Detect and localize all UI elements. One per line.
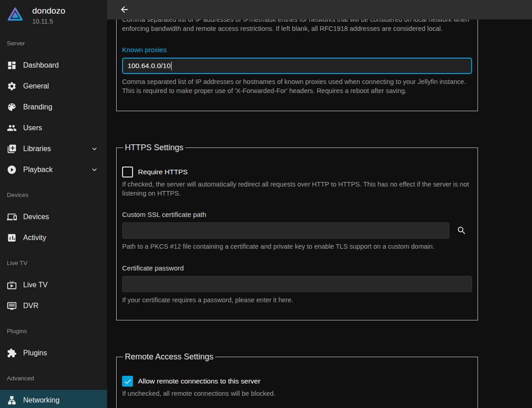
sidebar-item-playback[interactable]: Playback	[0, 159, 107, 180]
remote-access-legend: Remote Access Settings	[123, 352, 215, 361]
back-button[interactable]	[119, 5, 130, 15]
sidebar-item-plugins[interactable]: Plugins	[0, 343, 107, 364]
nav-header-advanced: Advanced	[7, 375, 107, 382]
cert-password-help-text: If your certificate requires a password,…	[122, 296, 472, 305]
sidebar-item-label: Networking	[23, 396, 59, 404]
sidebar-item-live-tv[interactable]: Live TV	[0, 275, 107, 295]
devices-icon	[7, 212, 17, 222]
jellyfin-logo-icon	[6, 5, 25, 24]
chevron-down-icon[interactable]	[90, 165, 99, 174]
puzzle-icon	[7, 348, 17, 358]
require-https-help-text: If checked, the server will automaticall…	[122, 180, 472, 198]
app-bar	[107, 0, 532, 20]
sidebar-item-label: Users	[23, 124, 42, 132]
networking-form: Comma separated list of IP addresses or …	[116, 20, 478, 408]
sidebar-item-general[interactable]: General	[0, 76, 107, 97]
cert-path-label: Custom SSL certificate path	[122, 211, 472, 219]
cert-password-input[interactable]	[122, 276, 472, 292]
sidebar-item-label: Activity	[23, 234, 46, 242]
allow-remote-checkbox[interactable]	[122, 376, 133, 387]
allow-remote-row: Allow remote connections to this server	[122, 376, 472, 387]
networking-settings-page: Comma separated list of IP addresses or …	[107, 20, 532, 408]
sidebar-item-label: Live TV	[23, 281, 48, 289]
sidebar-item-label: Playback	[23, 166, 53, 174]
arrow-back-icon	[119, 5, 129, 15]
play-circle-icon	[7, 165, 17, 175]
text-caret	[171, 62, 172, 70]
sidebar-item-devices[interactable]: Devices	[0, 206, 107, 227]
palette-icon	[7, 102, 17, 112]
live-tv-icon	[7, 280, 17, 290]
cert-path-row	[122, 219, 472, 239]
sidebar-item-activity[interactable]: Activity	[0, 227, 107, 248]
sidebar-item-label: Devices	[23, 213, 49, 221]
cert-path-help-text: Path to a PKCS #12 file containing a cer…	[122, 242, 472, 251]
sidebar-item-dashboard[interactable]: Dashboard	[0, 55, 107, 76]
sidebar-item-label: Branding	[23, 103, 52, 111]
nav-header-plugins: Plugins	[7, 328, 107, 334]
remote-access-section: Remote Access Settings Allow remote conn…	[116, 352, 478, 408]
cert-path-input[interactable]	[122, 222, 449, 239]
known-proxies-help-text: Comma separated list of IP addresses or …	[122, 78, 472, 95]
allow-remote-label: Allow remote connections to this server	[138, 377, 261, 385]
require-https-row: Require HTTPS	[122, 167, 472, 177]
sidebar-item-label: Dashboard	[23, 61, 59, 69]
known-proxies-value: 100.64.0.0/10	[128, 62, 171, 70]
known-proxies-label: Known proxies	[122, 46, 472, 54]
dashboard-icon	[7, 60, 17, 70]
sidebar-item-libraries[interactable]: Libraries	[0, 138, 107, 159]
known-proxies-input[interactable]: 100.64.0.0/10	[122, 58, 472, 74]
gear-icon	[7, 81, 17, 91]
require-https-checkbox[interactable]	[122, 167, 133, 177]
server-name: dondozo	[32, 5, 65, 16]
sidebar-item-label: Libraries	[23, 145, 51, 153]
allow-remote-help-text: If unchecked, all remote connections wil…	[122, 389, 472, 398]
activity-chart-icon	[7, 233, 17, 243]
people-icon	[7, 123, 17, 133]
main-area: Comma separated list of IP addresses or …	[107, 0, 532, 408]
lan-icon	[7, 395, 17, 405]
require-https-label: Require HTTPS	[138, 168, 187, 176]
local-network-help-text: Comma separated list of IP addresses or …	[122, 20, 472, 33]
sidebar-item-label: Plugins	[23, 349, 47, 357]
nav-header-server: Server	[7, 40, 107, 47]
chevron-down-icon[interactable]	[90, 144, 99, 153]
local-network-section: Comma separated list of IP addresses or …	[116, 20, 478, 111]
nav-header-live-tv: Live TV	[7, 260, 107, 266]
sidebar-item-networking[interactable]: Networking	[0, 390, 107, 408]
sidebar-item-branding[interactable]: Branding	[0, 97, 107, 118]
sidebar-item-dvr[interactable]: DVR	[0, 295, 107, 316]
dvr-icon	[7, 301, 17, 311]
server-info: dondozo 10.11.5	[0, 0, 107, 29]
sidebar-item-label: DVR	[23, 302, 39, 310]
jellyfin-dashboard: dondozo 10.11.5 Server Dashboard General…	[0, 0, 532, 408]
checkmark-icon	[123, 377, 132, 386]
browse-path-button[interactable]	[457, 226, 467, 236]
https-settings-section: HTTPS Settings Require HTTPS If checked,…	[116, 143, 478, 320]
library-add-icon	[7, 144, 17, 154]
cert-password-label: Certificate password	[122, 264, 472, 272]
nav-header-devices: Devices	[7, 192, 107, 198]
sidebar: dondozo 10.11.5 Server Dashboard General…	[0, 0, 107, 408]
https-settings-legend: HTTPS Settings	[123, 143, 185, 152]
server-version: 10.11.5	[32, 17, 65, 25]
search-icon	[457, 226, 467, 236]
sidebar-item-label: General	[23, 82, 49, 90]
sidebar-item-users[interactable]: Users	[0, 118, 107, 138]
